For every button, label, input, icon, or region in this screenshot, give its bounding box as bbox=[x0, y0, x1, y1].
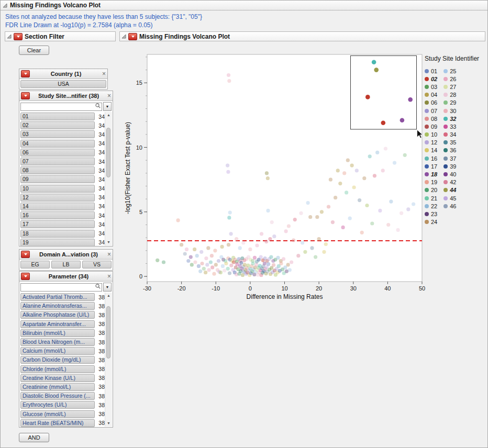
filter-item[interactable]: 09 bbox=[20, 175, 95, 183]
selected-point[interactable] bbox=[408, 97, 413, 102]
legend-item[interactable]: 44 bbox=[443, 186, 456, 194]
data-point[interactable] bbox=[329, 178, 332, 182]
data-point[interactable] bbox=[362, 176, 366, 180]
data-point[interactable] bbox=[226, 164, 229, 167]
data-point[interactable] bbox=[241, 273, 245, 277]
filter-item[interactable]: Erythrocytes (U/L) bbox=[20, 401, 95, 409]
data-point[interactable] bbox=[272, 234, 276, 238]
close-icon[interactable]: × bbox=[102, 71, 106, 76]
data-point[interactable] bbox=[199, 250, 203, 254]
data-point[interactable] bbox=[260, 232, 263, 236]
data-point[interactable] bbox=[226, 267, 230, 271]
legend-item[interactable]: 09 bbox=[425, 122, 437, 130]
filter-item[interactable]: 02 bbox=[20, 121, 95, 129]
data-point[interactable] bbox=[327, 205, 330, 208]
data-point[interactable] bbox=[243, 263, 247, 266]
data-point[interactable] bbox=[322, 250, 326, 254]
data-point[interactable] bbox=[334, 196, 337, 199]
data-point[interactable] bbox=[268, 237, 272, 241]
data-point[interactable] bbox=[190, 263, 194, 266]
filter-item[interactable]: Creatinine (mmol/L) bbox=[20, 383, 95, 391]
menu-button[interactable] bbox=[21, 92, 30, 99]
data-point[interactable] bbox=[259, 255, 263, 259]
data-point[interactable] bbox=[227, 216, 231, 219]
data-point[interactable] bbox=[370, 221, 374, 225]
data-point[interactable] bbox=[235, 237, 238, 241]
data-point[interactable] bbox=[320, 210, 324, 214]
data-point[interactable] bbox=[412, 202, 415, 206]
data-point[interactable] bbox=[282, 257, 285, 261]
data-point[interactable] bbox=[403, 153, 407, 157]
filter-item[interactable]: 12 bbox=[20, 194, 95, 201]
data-point[interactable] bbox=[266, 176, 270, 180]
data-point[interactable] bbox=[229, 232, 233, 236]
disclosure-icon[interactable] bbox=[3, 3, 7, 8]
data-point[interactable] bbox=[303, 250, 307, 254]
legend-item[interactable]: 07 bbox=[425, 107, 437, 115]
data-point[interactable] bbox=[338, 182, 342, 185]
menu-button[interactable] bbox=[21, 251, 30, 258]
data-point[interactable] bbox=[386, 223, 390, 227]
legend-item[interactable]: 18 bbox=[425, 170, 437, 178]
data-point[interactable] bbox=[336, 169, 340, 172]
filter-item[interactable]: 04 bbox=[20, 140, 95, 148]
data-point[interactable] bbox=[269, 255, 273, 259]
data-point[interactable] bbox=[210, 254, 214, 257]
legend-item[interactable]: 10 bbox=[425, 131, 437, 139]
data-point[interactable] bbox=[296, 254, 300, 257]
data-point[interactable] bbox=[253, 256, 257, 260]
data-point[interactable] bbox=[360, 231, 364, 234]
data-point[interactable] bbox=[310, 246, 314, 250]
data-point[interactable] bbox=[314, 255, 317, 259]
data-point[interactable] bbox=[219, 271, 223, 274]
filter-item[interactable]: 19 bbox=[20, 239, 95, 247]
site-scrollbar[interactable]: ▲ ▼ bbox=[105, 112, 112, 245]
and-button[interactable]: AND bbox=[19, 433, 49, 442]
filter-item[interactable]: 14 bbox=[20, 203, 95, 210]
data-point[interactable] bbox=[293, 218, 297, 221]
selected-point[interactable] bbox=[365, 95, 370, 99]
filter-item[interactable]: Diastolic Blood Pressure (... bbox=[20, 392, 95, 400]
close-icon[interactable]: × bbox=[107, 274, 111, 279]
legend-item[interactable]: 06 bbox=[425, 99, 437, 107]
data-point[interactable] bbox=[209, 260, 213, 264]
data-point[interactable] bbox=[183, 252, 187, 255]
data-point[interactable] bbox=[204, 271, 207, 274]
data-point[interactable] bbox=[270, 220, 274, 224]
filter-item[interactable]: 17 bbox=[20, 220, 95, 228]
data-point[interactable] bbox=[346, 159, 350, 162]
data-point[interactable] bbox=[406, 207, 410, 211]
legend-item[interactable]: 08 bbox=[425, 115, 437, 122]
data-point[interactable] bbox=[210, 265, 214, 269]
legend-item[interactable]: 26 bbox=[443, 75, 456, 83]
data-point[interactable] bbox=[207, 268, 211, 272]
legend-item[interactable]: 24 bbox=[425, 218, 437, 226]
data-point[interactable] bbox=[365, 204, 369, 207]
data-point[interactable] bbox=[227, 73, 230, 77]
filter-item[interactable]: VS bbox=[82, 261, 112, 268]
data-point[interactable] bbox=[287, 224, 291, 228]
filter-item[interactable]: Alkaline Phosphatase (U/L) bbox=[20, 311, 95, 319]
data-point[interactable] bbox=[345, 191, 348, 194]
filter-item[interactable]: 10 bbox=[20, 185, 95, 193]
data-point[interactable] bbox=[176, 218, 180, 222]
data-point[interactable] bbox=[228, 271, 231, 275]
scroll-up-icon[interactable]: ▲ bbox=[105, 293, 112, 299]
legend-item[interactable]: 12 bbox=[425, 139, 437, 147]
data-point[interactable] bbox=[396, 228, 400, 232]
filter-item[interactable]: Glucose (mmol/L) bbox=[20, 410, 95, 418]
legend-item[interactable]: 17 bbox=[425, 162, 437, 170]
disclosure-icon[interactable] bbox=[121, 34, 126, 39]
scroll-down-icon[interactable]: ▼ bbox=[105, 239, 112, 245]
legend-item[interactable]: 39 bbox=[443, 162, 456, 170]
data-point[interactable] bbox=[301, 241, 304, 244]
data-point[interactable] bbox=[214, 263, 218, 266]
data-point[interactable] bbox=[348, 217, 352, 220]
data-point[interactable] bbox=[284, 229, 288, 233]
filter-item[interactable]: Heart Rate (BEATS/MIN) bbox=[20, 419, 95, 427]
data-point[interactable] bbox=[393, 161, 396, 165]
legend-item[interactable]: 29 bbox=[443, 99, 456, 107]
data-point[interactable] bbox=[206, 246, 210, 250]
filter-item[interactable]: Calcium (mmol/L) bbox=[20, 347, 95, 355]
data-point[interactable] bbox=[264, 240, 268, 243]
